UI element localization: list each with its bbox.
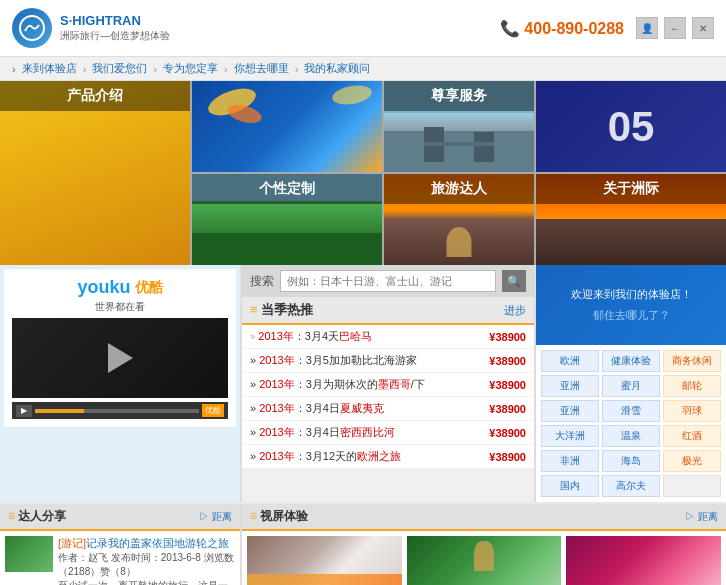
rec-item-5[interactable]: » 2013年：3月12天的欧洲之旅 ¥38900 xyxy=(242,445,534,469)
dest-asia[interactable]: 亚洲 xyxy=(541,375,599,397)
breadcrumb-item-2[interactable]: 我们爱您们 xyxy=(92,61,147,76)
dest-row-4: 大洋洲 温泉 红酒 xyxy=(541,425,721,447)
user-icon[interactable]: 👤 xyxy=(636,17,658,39)
dest-spa[interactable]: 温泉 xyxy=(602,425,660,447)
rec-item-4[interactable]: » 2013年：3月4日密西西比河 ¥38900 xyxy=(242,421,534,445)
youku-logo: youku 优酷 xyxy=(12,277,228,298)
share-header: ≡ 达人分享 ▷ 距离 xyxy=(0,504,240,531)
dest-health[interactable]: 健康体验 xyxy=(602,350,660,372)
dest-island[interactable]: 海岛 xyxy=(602,450,660,472)
breadcrumb-item-4[interactable]: 你想去哪里 xyxy=(234,61,289,76)
share-section: ≡ 达人分享 ▷ 距离 [游记]记录我的盖家依国地游轮之旅 作者：赵飞 发布时间… xyxy=(0,504,240,585)
banner-cell-india[interactable]: 旅游达人 xyxy=(384,174,534,265)
share-title-0[interactable]: [游记]记录我的盖家依国地游轮之旅 xyxy=(58,536,235,551)
search-button[interactable]: 🔍 xyxy=(502,270,526,292)
share-content-0: [游记]记录我的盖家依国地游轮之旅 作者：赵飞 发布时间：2013-6-8 浏览… xyxy=(58,536,235,585)
logo-sub: 洲际旅行—创造梦想体验 xyxy=(60,29,170,43)
dest-grid: 欧洲 健康体验 商务休闲 亚洲 蜜月 邮轮 亚洲 滑雪 羽球 大洋洲 温泉 红酒… xyxy=(536,345,726,502)
product-label: 产品介绍 xyxy=(0,81,190,111)
phone-icon: 📞 xyxy=(500,20,520,37)
video-thumb-1 xyxy=(407,536,562,585)
activity-wine[interactable]: 红酒 xyxy=(663,425,721,447)
service-label: 尊享服务 xyxy=(384,81,534,111)
search-area: 搜索 🔍 xyxy=(242,265,534,297)
main-area: youku 优酷 世界都在看 ▶ 优酷 搜索 🔍 xyxy=(0,265,726,502)
dest-empty xyxy=(663,475,721,497)
about-label: 关于洲际 xyxy=(536,174,726,204)
play-button[interactable]: ▶ xyxy=(16,405,32,417)
traveler-label: 旅游达人 xyxy=(384,174,534,204)
video-thumb-0 xyxy=(247,536,402,585)
dest-europe[interactable]: 欧洲 xyxy=(541,350,599,372)
rec-item-2[interactable]: » 2013年：3月为期休次的墨西哥/下 ¥38900 xyxy=(242,373,534,397)
video-more[interactable]: ▷ 距离 xyxy=(685,510,718,524)
welcome-box: 欢迎来到我们的体验店！ 郁住去哪儿了？ xyxy=(536,265,726,345)
activity-cruise[interactable]: 邮轮 xyxy=(663,375,721,397)
progress-bar[interactable] xyxy=(35,409,199,413)
youku-slogan: 世界都在看 xyxy=(12,300,228,314)
sep3: › xyxy=(224,63,228,75)
rec-item-0[interactable]: » 2013年：3月4天巴哈马 ¥38900 xyxy=(242,325,534,349)
dest-domestic[interactable]: 国内 xyxy=(541,475,599,497)
activity-badminton[interactable]: 羽球 xyxy=(663,400,721,422)
dest-row-3: 亚洲 滑雪 羽球 xyxy=(541,400,721,422)
real-banner-grid: 产品介绍 尊享服务 05 个性定制 旅游达人 关于洲际 xyxy=(0,81,726,265)
banner-cell-fish[interactable] xyxy=(192,81,382,172)
close-icon[interactable]: ✕ xyxy=(692,17,714,39)
breadcrumb-item-3[interactable]: 专为您定享 xyxy=(163,61,218,76)
where-question[interactable]: 郁住去哪儿了？ xyxy=(593,308,670,323)
youku-player[interactable] xyxy=(12,318,228,398)
back-icon[interactable]: ← xyxy=(664,17,686,39)
banner-cell-river[interactable]: 个性定制 xyxy=(192,174,382,265)
hot-rec-more[interactable]: 进步 xyxy=(504,303,526,318)
sep1: › xyxy=(83,63,87,75)
header-right: 📞 400-890-0288 👤 ← ✕ xyxy=(500,17,714,39)
custom-label: 个性定制 xyxy=(192,174,382,204)
sep4: › xyxy=(295,63,299,75)
logo-text-block: S·HIGHTRAN 洲际旅行—创造梦想体验 xyxy=(60,13,170,44)
dest-row-5: 非洲 海岛 极光 xyxy=(541,450,721,472)
search-label: 搜索 xyxy=(250,273,274,290)
activity-aurora[interactable]: 极光 xyxy=(663,450,721,472)
video-item-0[interactable]: 印度文化之旅视屏 xyxy=(247,536,402,585)
dest-asia2[interactable]: 亚洲 xyxy=(541,400,599,422)
share-item-0: [游记]记录我的盖家依国地游轮之旅 作者：赵飞 发布时间：2013-6-8 浏览… xyxy=(5,536,235,585)
hot-rec-header: ≡ 当季热推 进步 xyxy=(242,297,534,325)
dest-africa[interactable]: 非洲 xyxy=(541,450,599,472)
dest-row-6: 国内 高尔夫 xyxy=(541,475,721,497)
video-item-2[interactable]: 洲际旅游视屏 xyxy=(566,536,721,585)
bottom-sections: ≡ 达人分享 ▷ 距离 [游记]记录我的盖家依国地游轮之旅 作者：赵飞 发布时间… xyxy=(0,504,726,585)
dest-ski[interactable]: 滑雪 xyxy=(602,400,660,422)
breadcrumb-item-5[interactable]: 我的私家顾问 xyxy=(304,61,370,76)
dest-honeymoon[interactable]: 蜜月 xyxy=(602,375,660,397)
breadcrumb-item-1[interactable]: 来到体验店 xyxy=(22,61,77,76)
logo-main: S·HIGHTRAN xyxy=(60,13,170,30)
video-item-1[interactable]: 聆听北欧 触碰文明 xyxy=(407,536,562,585)
share-title: ≡ 达人分享 xyxy=(8,508,66,525)
rec-item-3[interactable]: » 2013年：3月4日夏威夷克 ¥38900 xyxy=(242,397,534,421)
dest-oceania[interactable]: 大洋洲 xyxy=(541,425,599,447)
youku-panel: youku 优酷 世界都在看 ▶ 优酷 xyxy=(0,265,240,502)
activity-biz[interactable]: 商务休闲 xyxy=(663,350,721,372)
banner-cell-product[interactable]: 产品介绍 xyxy=(0,81,190,265)
logo-icon xyxy=(12,8,52,48)
dest-row-2: 亚洲 蜜月 邮轮 xyxy=(541,375,721,397)
video-title: ≡ 视屏体验 xyxy=(250,508,308,525)
breadcrumb: › 来到体验店 › 我们爱您们 › 专为您定享 › 你想去哪里 › 我的私家顾问 xyxy=(0,57,726,81)
header-icons: 👤 ← ✕ xyxy=(636,17,714,39)
dest-golf[interactable]: 高尔夫 xyxy=(602,475,660,497)
rec-item-1[interactable]: » 2013年：3月5加加勒比北海游家 ¥38900 xyxy=(242,349,534,373)
share-items: [游记]记录我的盖家依国地游轮之旅 作者：赵飞 发布时间：2013-6-8 浏览… xyxy=(0,531,240,585)
right-panel: 欢迎来到我们的体验店！ 郁住去哪儿了？ 欧洲 健康体验 商务休闲 亚洲 蜜月 邮… xyxy=(536,265,726,502)
center-panel: 搜索 🔍 ≡ 当季热推 进步 » 2013年：3月4天巴哈马 ¥38900 » … xyxy=(242,265,534,502)
search-input[interactable] xyxy=(280,270,496,292)
sep2: › xyxy=(153,63,157,75)
video-section: ≡ 视屏体验 ▷ 距离 印度文化之旅视屏 聆听北欧 触碰文明 xyxy=(242,504,726,585)
share-more[interactable]: ▷ 距离 xyxy=(199,510,232,524)
youku-box: youku 优酷 世界都在看 ▶ 优酷 xyxy=(4,269,236,427)
breadcrumb-sep: › xyxy=(12,63,16,75)
youku-badge: 优酷 xyxy=(202,404,224,417)
share-thumb-0 xyxy=(5,536,53,572)
banner-cell-london[interactable]: 尊享服务 xyxy=(384,81,534,172)
banner-cell-about[interactable]: 关于洲际 xyxy=(536,174,726,265)
